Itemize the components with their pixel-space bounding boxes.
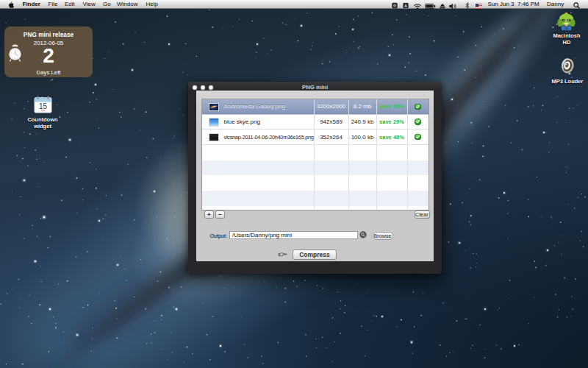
svg-text:15: 15: [38, 102, 47, 110]
svg-text:June: June: [40, 109, 45, 112]
svg-text:A: A: [404, 4, 407, 8]
